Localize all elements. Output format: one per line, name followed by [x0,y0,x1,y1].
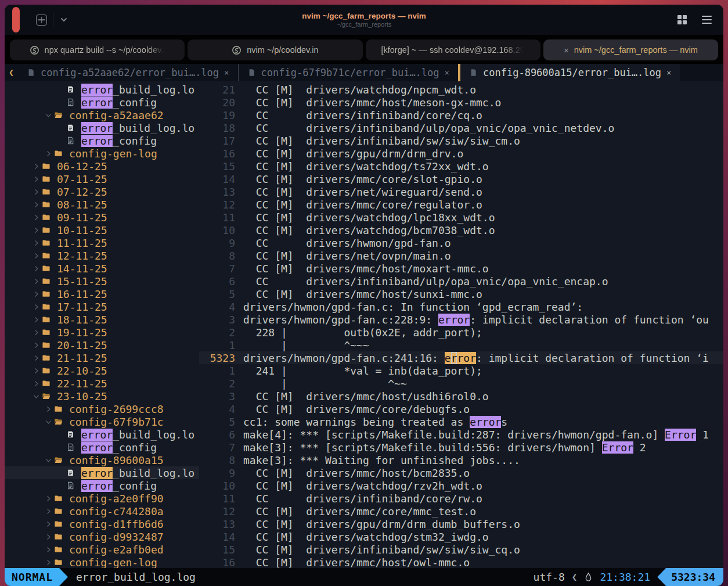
buffer-line[interactable]: 11 CC [M] drivers/watchdog/lpc18xx_wdt.o [199,211,723,224]
buffer-line[interactable]: 6 CC drivers/infiniband/ulp/opa_vnic/opa… [199,275,723,287]
tree-item[interactable]: error_config [5,479,199,492]
buffer-line[interactable]: 13 CC [M] drivers/net/wireguard/send.o [199,185,723,198]
tree-item[interactable]: 14-11-25 [5,262,199,275]
buffer-line[interactable]: 16 CC [M] drivers/mmc/host/owl-mmc.o [199,556,723,568]
chevron-right-icon[interactable] [33,329,40,336]
buffer-line[interactable]: 10 CC [M] drivers/watchdog/rzv2h_wdt.o [199,479,723,492]
chevron-right-icon[interactable] [33,316,40,323]
tree-item[interactable]: config-2699ccc8 [5,402,199,415]
new-tab-icon[interactable] [36,15,47,26]
tree-item[interactable]: 17-11-25 [5,300,199,313]
chevron-right-icon[interactable] [33,290,40,298]
tree-item[interactable]: 22-11-25 [5,377,199,390]
buffer-tab[interactable]: config-67f9b71c/error_bui….log× [238,64,458,81]
buffer-tab[interactable]: config-89600a15/error_bui….log× [458,64,680,81]
terminal-tab[interactable]: ×nvim ~/gcc_farm_reports — nvim [543,39,718,60]
tree-item[interactable]: config-67f9b71c [5,415,199,428]
tree-item[interactable]: config-e2afb0ed [5,543,199,556]
buffer-line[interactable]: 4 CC [M] drivers/mmc/core/debugfs.o [199,402,723,415]
tree-item[interactable]: 16-11-25 [5,287,199,300]
tree-item[interactable]: 15-11-25 [5,275,199,287]
tree-item[interactable]: 19-11-25 [5,326,199,339]
buffer-line[interactable]: 7 CC [M] drivers/mmc/host/moxart-mmc.o [199,262,723,275]
chevron-right-icon[interactable] [33,227,40,234]
chevron-right-icon[interactable] [45,559,52,566]
tree-item[interactable]: error_build_log.lo [5,466,199,479]
chevron-right-icon[interactable] [45,405,52,413]
buffer-tab-close-icon[interactable]: × [445,68,449,77]
terminal-tab[interactable]: nvim ~/p/cooldev.in [188,39,362,60]
tree-item[interactable]: config-gen-log [5,147,199,160]
buffer-line[interactable]: 3 CC [M] drivers/mmc/host/usdhi6rol0.o [199,390,723,402]
buffer-line[interactable]: 1 241 | *val = inb(data_port); [199,364,723,377]
buffer-line[interactable]: 5 CC [M] drivers/mmc/host/sunxi-mmc.o [199,287,723,300]
tree-item[interactable]: error_config [5,134,199,147]
menu-icon[interactable] [702,16,712,24]
tree-item[interactable]: error_build_log.lo [5,83,199,96]
tree-item[interactable]: 21-11-25 [5,351,199,364]
chevron-right-icon[interactable] [33,214,40,221]
chevron-right-icon[interactable] [45,150,52,157]
buffer-line[interactable]: 4drivers/hwmon/gpd-fan.c: In function ‘g… [199,300,723,313]
buffer-line[interactable]: 10 CC [M] drivers/watchdog/bcm7038_wdt.o [199,224,723,236]
buffer-line[interactable]: 7make[3]: *** [scripts/Makefile.build:55… [199,441,723,454]
buffer-line[interactable]: 14 CC [M] drivers/mmc/core/slot-gpio.o [199,172,723,185]
chevron-right-icon[interactable] [33,163,40,170]
tree-item[interactable]: 08-11-25 [5,198,199,211]
chevron-right-icon[interactable] [45,495,52,502]
chevron-right-icon[interactable] [33,239,40,247]
tree-item[interactable]: config-d1ffb6d6 [5,517,199,530]
chevron-right-icon[interactable] [33,175,40,183]
tab-close-icon[interactable]: × [564,45,569,55]
tree-item[interactable]: 10-11-25 [5,224,199,236]
buffer-line[interactable]: 5323drivers/hwmon/gpd-fan.c:241:16: erro… [199,351,723,364]
tree-item[interactable]: config-89600a15 [5,454,199,466]
chevron-right-icon[interactable] [33,278,40,285]
tree-item[interactable]: 20-11-25 [5,339,199,351]
chevron-right-icon[interactable] [45,520,52,528]
tree-item[interactable]: config-a2e0ff90 [5,492,199,505]
tree-item[interactable]: config-a52aae62 [5,109,199,121]
buffer-tab[interactable]: config-a52aae62/error_bui….log× [18,64,237,81]
buffer-line[interactable]: 2 228 | outb(0x2E, addr_port); [199,326,723,339]
chevron-down-icon[interactable] [45,112,52,119]
tree-item[interactable]: 23-10-25 [5,390,199,402]
chevron-right-icon[interactable] [45,533,52,541]
chevron-down-icon[interactable] [33,393,40,400]
buffer-line[interactable]: 20 CC [M] drivers/mmc/host/meson-gx-mmc.… [199,96,723,109]
tree-item[interactable]: 18-11-25 [5,313,199,326]
chevron-right-icon[interactable] [33,265,40,272]
terminal-tab[interactable]: [kforge] ~ — ssh cooldev@192.168.29 [366,39,540,60]
chevron-down-icon[interactable] [59,15,69,24]
buffer-tab-close-icon[interactable]: × [224,68,229,77]
buffer-line[interactable]: 5cc1: some warnings being treated as err… [199,415,723,428]
buffer-line[interactable]: 12 CC [M] drivers/mmc/core/regulator.o [199,198,723,211]
tree-item[interactable]: config-d9932487 [5,530,199,543]
buffer-line[interactable]: 15 CC [M] drivers/watchdog/ts72xx_wdt.o [199,160,723,172]
chevron-right-icon[interactable] [45,508,52,515]
tree-item[interactable]: error_config [5,441,199,454]
tree-item[interactable]: error_build_log.lo [5,121,199,134]
buffer-line[interactable]: 8make[3]: *** Waiting for unfinished job… [199,454,723,466]
chevron-down-icon[interactable] [45,456,52,464]
chevron-right-icon[interactable] [33,380,40,387]
tree-item[interactable]: 12-11-25 [5,249,199,262]
buffer-line[interactable]: 13 CC [M] drivers/gpu/drm/drm_dumb_buffe… [199,517,723,530]
tree-item[interactable]: 07-11-25 [5,172,199,185]
buffer-line[interactable]: 14 CC [M] drivers/watchdog/stm32_iwdg.o [199,530,723,543]
chevron-right-icon[interactable] [45,546,52,553]
tree-item[interactable]: error_build_log.lo [5,428,199,441]
buffer-line[interactable]: 2 | ^~~ [199,377,723,390]
chevron-down-icon[interactable] [45,418,52,426]
buffer-line[interactable]: 6make[4]: *** [scripts/Makefile.build:28… [199,428,723,441]
tree-item[interactable]: 09-11-25 [5,211,199,224]
tree-item[interactable]: error_config [5,96,199,109]
buffer-line[interactable]: 17 CC [M] drivers/infiniband/sw/siw/siw_… [199,134,723,147]
tree-item[interactable]: config-c744280a [5,505,199,517]
buffer-line[interactable]: 12 CC [M] drivers/mmc/core/mmc_test.o [199,505,723,517]
buffer-line[interactable]: 3drivers/hwmon/gpd-fan.c:228:9: error: i… [199,313,723,326]
tree-item[interactable]: config-gen-log [5,556,199,568]
buffer-line[interactable]: 11 CC drivers/infiniband/core/rw.o [199,492,723,505]
buffer-line[interactable]: 9 CC drivers/hwmon/gpd-fan.o [199,236,723,249]
buffer-line[interactable]: 9 CC [M] drivers/mmc/host/bcm2835.o [199,466,723,479]
